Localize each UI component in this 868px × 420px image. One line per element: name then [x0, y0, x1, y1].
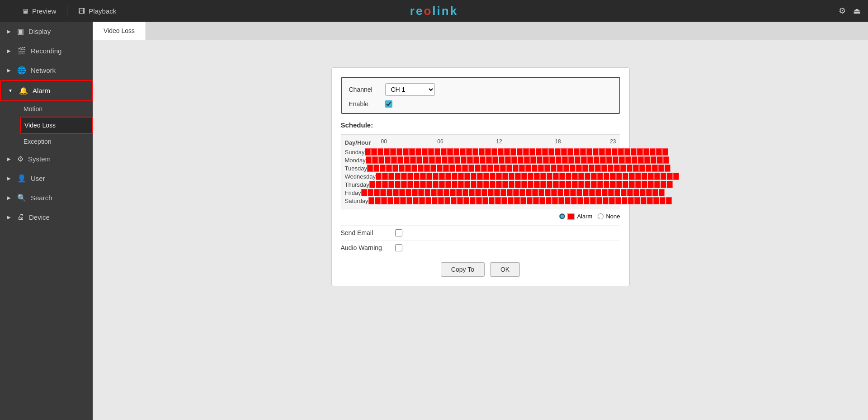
cell[interactable] [538, 165, 544, 172]
cell[interactable] [460, 148, 466, 156]
cell[interactable] [385, 156, 391, 164]
cell[interactable] [648, 181, 654, 188]
cell[interactable] [552, 197, 558, 204]
cell[interactable] [605, 148, 611, 156]
cell[interactable] [496, 173, 502, 180]
cell[interactable] [529, 148, 535, 156]
cell[interactable] [515, 173, 521, 180]
sidebar-item-recording[interactable]: ▶ 🎬 Recording [0, 41, 93, 61]
cell[interactable] [574, 148, 580, 156]
cell[interactable] [400, 197, 406, 204]
sidebar-item-alarm[interactable]: ▼ 🔔 Alarm [0, 80, 93, 101]
cell[interactable] [501, 197, 507, 204]
cell[interactable] [502, 173, 508, 180]
cell[interactable] [443, 165, 449, 172]
settings-icon[interactable]: ⚙ [839, 6, 846, 16]
cell[interactable] [542, 148, 548, 156]
cell[interactable] [640, 189, 646, 196]
cell[interactable] [505, 156, 511, 164]
cell[interactable] [593, 148, 599, 156]
cell[interactable] [528, 181, 533, 188]
cell[interactable] [435, 156, 441, 164]
cell[interactable] [641, 197, 646, 204]
cell[interactable] [373, 165, 379, 172]
cell[interactable] [602, 189, 608, 196]
cell[interactable] [380, 189, 386, 196]
cell[interactable] [450, 189, 456, 196]
cell[interactable] [462, 189, 468, 196]
cell[interactable] [500, 165, 506, 172]
cell[interactable] [608, 189, 614, 196]
cell[interactable] [438, 197, 444, 204]
cell[interactable] [513, 165, 519, 172]
cell[interactable] [375, 197, 381, 204]
cell[interactable] [406, 197, 412, 204]
cell[interactable] [627, 165, 632, 172]
cell[interactable] [454, 156, 460, 164]
cell[interactable] [382, 181, 388, 188]
cell[interactable] [651, 156, 656, 164]
cell[interactable] [391, 156, 397, 164]
cell[interactable] [615, 197, 621, 204]
cell[interactable] [401, 173, 407, 180]
cell[interactable] [665, 165, 670, 172]
cell[interactable] [406, 189, 411, 196]
cell[interactable] [473, 156, 479, 164]
cell[interactable] [439, 173, 445, 180]
cell[interactable] [397, 156, 403, 164]
cell[interactable] [499, 156, 505, 164]
cell[interactable] [487, 165, 493, 172]
cell[interactable] [464, 181, 470, 188]
cell[interactable] [572, 173, 578, 180]
cell[interactable] [471, 181, 476, 188]
cell[interactable] [456, 165, 462, 172]
sidebar-sub-item-exception[interactable]: Exception [20, 134, 93, 149]
cell[interactable] [621, 189, 627, 196]
cell[interactable] [448, 156, 454, 164]
cell[interactable] [371, 148, 377, 156]
cell[interactable] [540, 181, 546, 188]
cell[interactable] [418, 189, 424, 196]
cell[interactable] [539, 197, 545, 204]
cell[interactable] [488, 189, 494, 196]
cell[interactable] [534, 173, 540, 180]
cell[interactable] [390, 148, 396, 156]
cell[interactable] [475, 165, 481, 172]
cell[interactable] [572, 181, 578, 188]
cell[interactable] [534, 181, 540, 188]
enable-checkbox[interactable] [385, 100, 392, 108]
none-radio[interactable] [598, 213, 604, 219]
cell[interactable] [509, 173, 514, 180]
cell[interactable] [648, 173, 654, 180]
cell[interactable] [591, 173, 597, 180]
sidebar-item-device[interactable]: ▶ 🖨 Device [0, 208, 93, 227]
cell[interactable] [464, 173, 470, 180]
cell[interactable] [667, 181, 673, 188]
cell[interactable] [585, 181, 590, 188]
cell[interactable] [644, 156, 650, 164]
cell[interactable] [507, 189, 513, 196]
cell[interactable] [504, 148, 510, 156]
cell[interactable] [399, 165, 405, 172]
cell[interactable] [423, 156, 429, 164]
cell[interactable] [509, 181, 514, 188]
ok-button[interactable]: OK [490, 262, 520, 277]
cell[interactable] [622, 197, 627, 204]
cell[interactable] [654, 173, 660, 180]
cell[interactable] [577, 197, 583, 204]
cell[interactable] [416, 156, 422, 164]
cell[interactable] [424, 165, 430, 172]
cell[interactable] [624, 148, 630, 156]
cell[interactable] [437, 165, 443, 172]
cell[interactable] [485, 148, 491, 156]
cell[interactable] [610, 181, 616, 188]
cell[interactable] [591, 181, 597, 188]
audio-warning-checkbox[interactable] [395, 244, 402, 251]
cell[interactable] [437, 189, 443, 196]
cell[interactable] [544, 165, 550, 172]
cell[interactable] [536, 148, 542, 156]
cell[interactable] [633, 165, 639, 172]
cell[interactable] [652, 189, 658, 196]
cell[interactable] [530, 156, 536, 164]
cell[interactable] [498, 148, 504, 156]
